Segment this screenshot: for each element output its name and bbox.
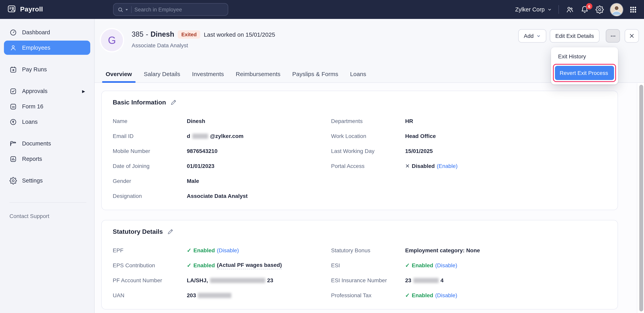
field-value: ✓Enabled(Disable) <box>405 292 457 298</box>
apps-grid-icon[interactable] <box>630 6 637 13</box>
field-value: Dinesh <box>187 118 205 124</box>
field-label: Departments <box>331 118 405 124</box>
close-button[interactable] <box>625 29 639 42</box>
status-enabled-text: Enabled <box>193 247 215 254</box>
info-row: Mobile Number9876543210 <box>113 144 331 158</box>
info-row: Statutory BonusEmployment category: None <box>331 243 606 258</box>
contact-support-link[interactable]: Contact Support <box>10 213 94 219</box>
approvals-icon <box>10 87 17 95</box>
topbar-controls: Zylker Corp 6 <box>515 3 637 16</box>
field-label: PF Account Number <box>113 277 187 284</box>
pencil-icon <box>167 228 174 235</box>
more-actions-button[interactable] <box>606 29 620 42</box>
sidebar-item-form-16[interactable]: 16Form 16 <box>4 99 90 114</box>
edit-basic-information-button[interactable] <box>170 99 177 106</box>
sidebar-item-documents[interactable]: Documents <box>4 136 90 150</box>
pencil-icon <box>170 99 177 106</box>
menu-item-revert-exit-process[interactable]: Revert Exit Process <box>555 66 614 80</box>
check-icon: ✓ <box>405 292 410 298</box>
edit-exit-details-button[interactable]: Edit Exit Details <box>550 29 600 42</box>
sidebar-item-settings[interactable]: Settings <box>4 174 90 188</box>
sidebar-item-label: Approvals <box>22 88 48 94</box>
org-switcher[interactable]: Zylker Corp <box>515 6 552 12</box>
last-worked-text: Last worked on 15/01/2025 <box>204 31 275 38</box>
payroll-logo-icon <box>7 4 16 15</box>
field-value-text: Male <box>187 178 199 184</box>
sidebar-item-reports[interactable]: Reports <box>4 152 90 166</box>
sidebar-item-label: Form 16 <box>22 103 43 110</box>
search-input[interactable]: Search in Employee <box>113 3 228 16</box>
field-value-text: Employment category: None <box>405 247 480 254</box>
reports-icon <box>10 155 17 162</box>
field-value-text: 23 <box>405 277 411 284</box>
info-row: EPS Contribution✓Enabled(Actual PF wages… <box>113 258 331 273</box>
field-value: Employment category: None <box>405 247 480 254</box>
info-row: Work LocationHead Office <box>331 128 606 144</box>
field-value: Associate Data Analyst <box>187 193 248 199</box>
svg-text:16: 16 <box>12 105 15 108</box>
field-value-text: 9876543210 <box>187 148 218 154</box>
info-dotted-text: (Actual PF wages based) <box>217 262 282 269</box>
bell-icon[interactable]: 6 <box>580 5 589 14</box>
settings-icon <box>10 177 17 184</box>
field-value: Head Office <box>405 133 436 139</box>
overview-content: Basic InformationNameDineshEmail IDd@zyl… <box>94 83 644 313</box>
sidebar-item-approvals[interactable]: Approvals▶ <box>4 84 90 98</box>
user-avatar[interactable] <box>610 3 623 16</box>
field-value: 15/01/2025 <box>405 148 433 154</box>
field-value-text: Head Office <box>405 133 436 139</box>
field-value: ✓Enabled(Disable) <box>187 247 239 254</box>
search-divider <box>131 6 132 13</box>
employee-name: Dinesh <box>150 30 174 39</box>
sidebar-item-employees[interactable]: Employees <box>4 40 90 55</box>
form-16-icon: 16 <box>10 103 17 110</box>
status-enabled-text: Enabled <box>193 262 215 268</box>
scrollbar-thumb[interactable] <box>639 85 643 312</box>
field-value: HR <box>405 118 413 124</box>
sidebar-item-loans[interactable]: ₹Loans <box>4 115 90 129</box>
field-label: Date of Joining <box>113 163 187 169</box>
field-label: Last Working Day <box>331 148 405 154</box>
scrollbar[interactable] <box>637 83 644 313</box>
add-button[interactable]: Add <box>518 29 546 42</box>
inline-action-link[interactable]: (Enable) <box>437 163 458 169</box>
info-row: GenderMale <box>113 174 331 188</box>
employee-avatar: G <box>101 29 123 51</box>
card-title: Statutory Details <box>113 228 163 235</box>
field-label: Work Location <box>331 133 405 139</box>
info-row: PF Account NumberLA/SHJ,23 <box>113 273 331 288</box>
sidebar-item-pay-runs[interactable]: Pay Runs <box>4 62 90 76</box>
notification-badge: 6 <box>586 3 592 9</box>
inline-action-link[interactable]: (Disable) <box>435 262 457 268</box>
info-row: NameDinesh <box>113 114 331 128</box>
field-label: EPF <box>113 247 187 254</box>
tab-overview[interactable]: Overview <box>106 70 132 82</box>
employees-icon <box>10 44 17 52</box>
card-column: DepartmentsHRWork LocationHead OfficeLas… <box>331 114 606 204</box>
field-value: 9876543210 <box>187 148 218 154</box>
tab-reimbursements[interactable]: Reimbursements <box>236 70 280 82</box>
more-actions-menu: Exit HistoryRevert Exit Process <box>551 47 618 84</box>
field-value-text: d <box>187 133 190 139</box>
employee-summary: G 385 - Dinesh Exited Last worked on 15/… <box>101 29 275 51</box>
check-icon: ✓ <box>187 262 191 268</box>
svg-text:₹: ₹ <box>12 120 14 124</box>
check-icon: ✓ <box>187 247 191 254</box>
inline-action-link[interactable]: (Disable) <box>435 292 457 298</box>
field-label: EPS Contribution <box>113 262 187 268</box>
tab-salary-details[interactable]: Salary Details <box>144 70 180 82</box>
menu-item-exit-history[interactable]: Exit History <box>551 49 618 63</box>
gear-icon[interactable] <box>596 5 604 14</box>
search-scope-caret-icon <box>125 8 128 11</box>
tab-loans[interactable]: Loans <box>350 70 366 82</box>
tab-investments[interactable]: Investments <box>192 70 224 82</box>
field-value-text: 23 <box>267 277 273 284</box>
edit-statutory-details-button[interactable] <box>167 228 174 235</box>
inline-action-link[interactable]: (Disable) <box>217 247 239 254</box>
info-row: Email IDd@zylker.com <box>113 128 331 144</box>
sidebar-item-dashboard[interactable]: Dashboard <box>4 25 90 40</box>
field-value: ✓Enabled(Actual PF wages based) <box>187 262 282 269</box>
users-icon[interactable] <box>566 5 574 14</box>
field-label: Gender <box>113 178 187 184</box>
tab-payslips-forms[interactable]: Payslips & Forms <box>292 70 338 82</box>
